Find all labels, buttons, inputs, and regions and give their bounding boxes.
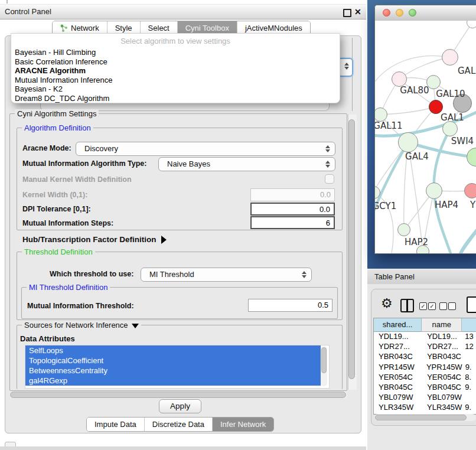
node-label-gcy1: GCY1: [375, 201, 396, 211]
node-label-gal1: GAL1: [441, 112, 464, 123]
deselect-all-icon[interactable]: [448, 302, 456, 310]
network-node-gal4[interactable]: [398, 132, 418, 152]
screenshot-root: Control Panel ✕ Network Style Se: [0, 0, 476, 450]
algorithm-option-selected[interactable]: ARACNE Algorithm: [14, 66, 334, 75]
network-node-gal7[interactable]: [442, 49, 458, 66]
close-traffic-light-icon[interactable]: [383, 9, 390, 17]
table-row[interactable]: YBR045CYBR045C9.: [374, 383, 476, 393]
network-node-salmon[interactable]: [464, 183, 476, 198]
table-row[interactable]: YDR27...YDR27...12: [374, 342, 476, 352]
node-label-gal4: GAL4: [405, 151, 429, 162]
dpi-tolerance-label: DPI Tolerance [0,1]:: [22, 205, 91, 213]
node-label-hap2: HAP2: [405, 237, 428, 247]
float-icon[interactable]: [343, 9, 351, 17]
threshold-definition-title: Threshold Definition: [22, 247, 95, 256]
network-view-window: GAL7 GAL80 GAL10 GAL1 GAL11 SWI4 GAL4 GC…: [374, 5, 476, 254]
algorithm-definition-title: Algorithm Definition: [22, 123, 93, 132]
node-label-gal7: GAL7: [458, 66, 476, 76]
column-header-name[interactable]: name: [422, 318, 462, 332]
network-canvas[interactable]: GAL7 GAL80 GAL10 GAL1 GAL11 SWI4 GAL4 GC…: [375, 21, 476, 253]
columns-icon[interactable]: [400, 299, 414, 312]
mi-steps-label: Mutual Information Steps:: [22, 219, 113, 227]
mi-threshold-label: Mutual Information Threshold:: [27, 302, 134, 310]
table-row[interactable]: YBR043CYBR043C: [374, 352, 476, 362]
sources-toggle[interactable]: Sources for Network Inference: [22, 321, 141, 330]
group-title: Cyni Algorithm Settings: [15, 109, 99, 118]
select-all-icon[interactable]: ✓: [428, 302, 436, 310]
cyni-mode-tabbar: Impute Data Discretize Data Infer Networ…: [86, 417, 274, 432]
mi-threshold-title: MI Threshold Definition: [27, 283, 110, 292]
column-header-partial[interactable]: [462, 318, 476, 332]
spinner-icon: [344, 63, 349, 70]
table-row[interactable]: YBL079WYBL079W: [374, 393, 476, 403]
mi-steps-field[interactable]: 6: [250, 216, 335, 229]
attributes-scrollbar-thumb[interactable]: [321, 347, 327, 373]
algorithm-option[interactable]: Bayesian - Hill Climbing: [14, 48, 334, 57]
node-table: shared... name YDL19...YDL19...13 YDR27.…: [373, 318, 476, 415]
minimize-traffic-light-icon[interactable]: [396, 9, 403, 17]
mi-type-label: Mutual Information Algorithm Type:: [22, 159, 146, 168]
table-row[interactable]: YER054CYER054C8.: [374, 373, 476, 383]
algorithm-option[interactable]: Basic Correlation Inference: [14, 57, 334, 66]
control-panel-titlebar: Control Panel ✕: [0, 4, 366, 19]
column-header-shared-name[interactable]: shared...: [374, 318, 422, 332]
dropdown-prompt: Select algorithm to view settings: [11, 37, 340, 45]
zoom-traffic-light-icon[interactable]: [409, 9, 416, 17]
data-attributes-label: Data Attributes: [20, 334, 75, 343]
panel-title: Control Panel: [5, 5, 51, 19]
attribute-item-selected[interactable]: SelfLoops: [25, 345, 321, 356]
kernel-width-field[interactable]: 0.0: [250, 188, 335, 201]
apply-button[interactable]: Apply: [159, 399, 201, 413]
collapsed-arrow-icon: [161, 236, 167, 244]
select-all-icon[interactable]: ✓: [419, 302, 427, 310]
tab-infer-network[interactable]: Infer Network: [212, 418, 273, 431]
algorithm-option[interactable]: Dream8 DC_TDC Algorithm: [14, 94, 334, 103]
tab-discretize-data[interactable]: Discretize Data: [144, 418, 212, 431]
network-node-hap4[interactable]: [426, 182, 442, 199]
window-edge-mark: [6, 0, 8, 4]
node-label-hap4: HAP4: [435, 200, 458, 210]
node-label-gal11: GAL11: [375, 120, 403, 131]
table-panel-titlebar: Table Panel: [367, 269, 476, 285]
control-panel: Control Panel ✕ Network Style Se: [0, 0, 366, 450]
node-label-gal10: GAL10: [436, 89, 465, 99]
attribute-item-selected[interactable]: BetweennessCentrality: [25, 366, 321, 376]
network-node-swi4[interactable]: [442, 121, 458, 136]
gear-icon[interactable]: ⚙: [381, 297, 393, 310]
algorithm-option[interactable]: Bayesian - K2: [14, 84, 334, 93]
deselect-all-icon[interactable]: [439, 302, 447, 310]
hub-section-toggle[interactable]: Hub/Transcription Factor Definition: [22, 235, 167, 244]
attribute-item-selected[interactable]: gal4RGexp: [25, 376, 321, 386]
status-strip: [0, 446, 366, 450]
node-label-gal80: GAL80: [400, 85, 429, 96]
aracne-mode-combo[interactable]: Discovery: [76, 142, 335, 156]
node-label-swi4: SWI4: [451, 136, 474, 146]
network-window-titlebar[interactable]: [375, 5, 476, 21]
attribute-item-selected[interactable]: TopologicalCoefficient: [25, 356, 321, 366]
table-row[interactable]: YLR345WYLR345W9.: [374, 403, 476, 413]
mi-type-combo[interactable]: Naive Bayes: [158, 157, 335, 171]
data-attributes-list: SelfLoops TopologicalCoefficient Between…: [25, 345, 330, 389]
manual-kernel-checkbox[interactable]: [325, 174, 334, 184]
which-threshold-combo[interactable]: MI Threshold: [141, 268, 312, 282]
settings-horizontal-scrollbar-thumb[interactable]: [10, 392, 346, 398]
table-row[interactable]: YDL19...YDL19...13: [374, 332, 476, 342]
settings-vertical-scrollbar-thumb[interactable]: [348, 119, 355, 379]
node-label-y-partial: Y: [470, 200, 475, 210]
function-builder-icon[interactable]: [467, 296, 476, 313]
close-icon[interactable]: ✕: [354, 6, 361, 17]
which-threshold-label: Which threshold to use:: [50, 270, 133, 278]
tab-impute-data[interactable]: Impute Data: [87, 418, 144, 431]
expanded-arrow-icon: [132, 324, 139, 328]
network-node-hap2[interactable]: [397, 223, 410, 236]
mi-threshold-field[interactable]: 0.5: [248, 299, 332, 312]
kernel-width-label: Kernel Width (0,1):: [22, 191, 87, 199]
network-icon: [60, 24, 68, 32]
table-row[interactable]: YPR145WYPR145W9.: [374, 363, 476, 373]
spinner-icon: [325, 161, 330, 168]
dpi-tolerance-field[interactable]: 0.0: [250, 203, 335, 216]
table-horizontal-scrollbar-thumb[interactable]: [375, 415, 467, 420]
spinner-icon: [302, 271, 307, 278]
table-panel-title: Table Panel: [374, 269, 415, 285]
algorithm-option[interactable]: Mutual Information Inference: [14, 76, 334, 84]
